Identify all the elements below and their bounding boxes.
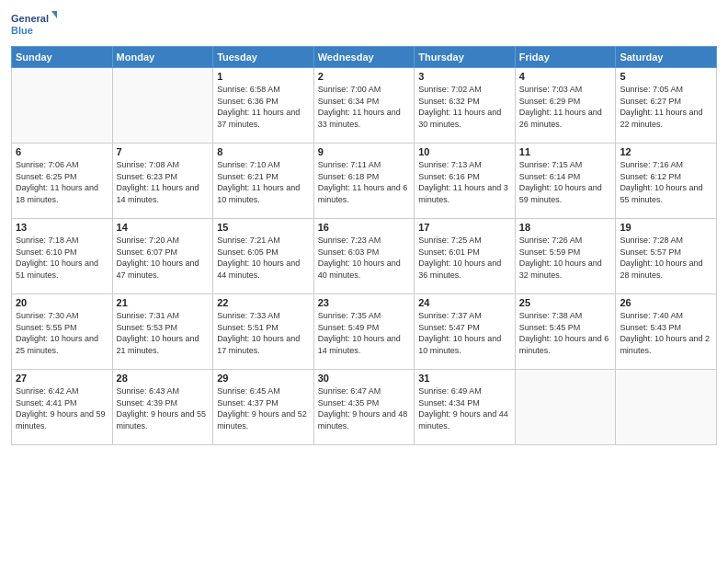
svg-marker-2 — [51, 11, 57, 18]
day-number: 9 — [318, 146, 411, 157]
calendar-cell: 22Sunrise: 7:33 AM Sunset: 5:51 PM Dayli… — [213, 294, 314, 370]
calendar-cell: 14Sunrise: 7:20 AM Sunset: 6:07 PM Dayli… — [112, 219, 213, 294]
day-number: 19 — [620, 222, 712, 233]
logo-svg: General Blue — [11, 9, 57, 42]
day-number: 27 — [16, 373, 108, 384]
day-info: Sunrise: 7:30 AM Sunset: 5:55 PM Dayligh… — [16, 310, 108, 356]
calendar-cell — [616, 370, 717, 445]
day-info: Sunrise: 6:49 AM Sunset: 4:34 PM Dayligh… — [418, 385, 511, 431]
day-number: 11 — [519, 146, 612, 157]
calendar-cell: 7Sunrise: 7:08 AM Sunset: 6:23 PM Daylig… — [112, 144, 213, 219]
weekday-header: Wednesday — [313, 47, 415, 68]
day-info: Sunrise: 7:10 AM Sunset: 6:21 PM Dayligh… — [217, 159, 310, 205]
calendar-cell: 18Sunrise: 7:26 AM Sunset: 5:59 PM Dayli… — [515, 219, 616, 294]
day-number: 21 — [117, 297, 210, 308]
day-number: 7 — [117, 146, 210, 157]
day-number: 30 — [318, 373, 411, 384]
calendar-cell: 28Sunrise: 6:43 AM Sunset: 4:39 PM Dayli… — [112, 370, 213, 445]
calendar-cell: 3Sunrise: 7:02 AM Sunset: 6:32 PM Daylig… — [415, 68, 516, 144]
day-info: Sunrise: 6:45 AM Sunset: 4:37 PM Dayligh… — [217, 385, 310, 431]
calendar-cell: 21Sunrise: 7:31 AM Sunset: 5:53 PM Dayli… — [112, 294, 213, 370]
day-number: 16 — [318, 222, 411, 233]
day-info: Sunrise: 7:05 AM Sunset: 6:27 PM Dayligh… — [620, 84, 712, 130]
calendar-week-row: 13Sunrise: 7:18 AM Sunset: 6:10 PM Dayli… — [12, 219, 717, 294]
day-info: Sunrise: 7:08 AM Sunset: 6:23 PM Dayligh… — [117, 159, 210, 205]
day-number: 25 — [519, 297, 612, 308]
day-number: 10 — [418, 146, 511, 157]
calendar-cell: 9Sunrise: 7:11 AM Sunset: 6:18 PM Daylig… — [313, 144, 415, 219]
calendar-cell: 31Sunrise: 6:49 AM Sunset: 4:34 PM Dayli… — [415, 370, 516, 445]
calendar-cell — [515, 370, 616, 445]
day-info: Sunrise: 7:37 AM Sunset: 5:47 PM Dayligh… — [418, 310, 511, 356]
calendar-cell: 17Sunrise: 7:25 AM Sunset: 6:01 PM Dayli… — [415, 219, 516, 294]
weekday-header: Sunday — [12, 47, 113, 68]
weekday-header: Tuesday — [213, 47, 314, 68]
calendar-table: SundayMondayTuesdayWednesdayThursdayFrid… — [11, 46, 717, 445]
day-info: Sunrise: 7:11 AM Sunset: 6:18 PM Dayligh… — [318, 159, 411, 205]
day-number: 3 — [418, 71, 511, 82]
day-info: Sunrise: 6:58 AM Sunset: 6:36 PM Dayligh… — [217, 84, 310, 130]
weekday-header: Friday — [515, 47, 616, 68]
calendar-cell: 27Sunrise: 6:42 AM Sunset: 4:41 PM Dayli… — [12, 370, 113, 445]
day-number: 29 — [217, 373, 310, 384]
day-info: Sunrise: 7:18 AM Sunset: 6:10 PM Dayligh… — [16, 235, 108, 281]
calendar-cell: 12Sunrise: 7:16 AM Sunset: 6:12 PM Dayli… — [616, 144, 717, 219]
day-number: 26 — [620, 297, 712, 308]
day-number: 18 — [519, 222, 612, 233]
day-info: Sunrise: 7:33 AM Sunset: 5:51 PM Dayligh… — [217, 310, 310, 356]
calendar-week-row: 27Sunrise: 6:42 AM Sunset: 4:41 PM Dayli… — [12, 370, 717, 445]
calendar-cell — [12, 68, 113, 144]
day-info: Sunrise: 7:13 AM Sunset: 6:16 PM Dayligh… — [418, 159, 511, 205]
day-number: 15 — [217, 222, 310, 233]
day-info: Sunrise: 7:35 AM Sunset: 5:49 PM Dayligh… — [318, 310, 411, 356]
calendar-week-row: 1Sunrise: 6:58 AM Sunset: 6:36 PM Daylig… — [12, 68, 717, 144]
day-number: 5 — [620, 71, 712, 82]
calendar-cell: 23Sunrise: 7:35 AM Sunset: 5:49 PM Dayli… — [313, 294, 415, 370]
calendar-cell: 15Sunrise: 7:21 AM Sunset: 6:05 PM Dayli… — [213, 219, 314, 294]
day-number: 17 — [418, 222, 511, 233]
day-info: Sunrise: 7:06 AM Sunset: 6:25 PM Dayligh… — [16, 159, 108, 205]
header: General Blue — [11, 9, 717, 42]
day-info: Sunrise: 7:25 AM Sunset: 6:01 PM Dayligh… — [418, 235, 511, 281]
calendar-cell — [112, 68, 213, 144]
day-info: Sunrise: 7:38 AM Sunset: 5:45 PM Dayligh… — [519, 310, 612, 356]
calendar-cell: 1Sunrise: 6:58 AM Sunset: 6:36 PM Daylig… — [213, 68, 314, 144]
calendar-cell: 2Sunrise: 7:00 AM Sunset: 6:34 PM Daylig… — [313, 68, 415, 144]
day-number: 31 — [418, 373, 511, 384]
calendar-week-row: 6Sunrise: 7:06 AM Sunset: 6:25 PM Daylig… — [12, 144, 717, 219]
day-info: Sunrise: 7:21 AM Sunset: 6:05 PM Dayligh… — [217, 235, 310, 281]
day-info: Sunrise: 6:47 AM Sunset: 4:35 PM Dayligh… — [318, 385, 411, 431]
calendar-cell: 16Sunrise: 7:23 AM Sunset: 6:03 PM Dayli… — [313, 219, 415, 294]
day-info: Sunrise: 7:16 AM Sunset: 6:12 PM Dayligh… — [620, 159, 712, 205]
calendar-cell: 30Sunrise: 6:47 AM Sunset: 4:35 PM Dayli… — [313, 370, 415, 445]
main-container: General Blue SundayMondayTuesdayWednesda… — [0, 0, 728, 451]
day-info: Sunrise: 6:42 AM Sunset: 4:41 PM Dayligh… — [16, 385, 108, 431]
day-number: 14 — [117, 222, 210, 233]
day-number: 4 — [519, 71, 612, 82]
calendar-cell: 4Sunrise: 7:03 AM Sunset: 6:29 PM Daylig… — [515, 68, 616, 144]
day-info: Sunrise: 7:00 AM Sunset: 6:34 PM Dayligh… — [318, 84, 411, 130]
calendar-week-row: 20Sunrise: 7:30 AM Sunset: 5:55 PM Dayli… — [12, 294, 717, 370]
day-info: Sunrise: 7:03 AM Sunset: 6:29 PM Dayligh… — [519, 84, 612, 130]
day-info: Sunrise: 7:15 AM Sunset: 6:14 PM Dayligh… — [519, 159, 612, 205]
day-number: 12 — [620, 146, 712, 157]
calendar-cell: 11Sunrise: 7:15 AM Sunset: 6:14 PM Dayli… — [515, 144, 616, 219]
day-number: 6 — [16, 146, 108, 157]
day-info: Sunrise: 7:40 AM Sunset: 5:43 PM Dayligh… — [620, 310, 712, 356]
calendar-cell: 20Sunrise: 7:30 AM Sunset: 5:55 PM Dayli… — [12, 294, 113, 370]
day-number: 13 — [16, 222, 108, 233]
calendar-cell: 8Sunrise: 7:10 AM Sunset: 6:21 PM Daylig… — [213, 144, 314, 219]
day-number: 8 — [217, 146, 310, 157]
svg-text:Blue: Blue — [11, 25, 33, 36]
weekday-header-row: SundayMondayTuesdayWednesdayThursdayFrid… — [12, 47, 717, 68]
calendar-cell: 10Sunrise: 7:13 AM Sunset: 6:16 PM Dayli… — [415, 144, 516, 219]
calendar-cell: 25Sunrise: 7:38 AM Sunset: 5:45 PM Dayli… — [515, 294, 616, 370]
calendar-cell: 26Sunrise: 7:40 AM Sunset: 5:43 PM Dayli… — [616, 294, 717, 370]
day-info: Sunrise: 6:43 AM Sunset: 4:39 PM Dayligh… — [117, 385, 210, 431]
calendar-cell: 19Sunrise: 7:28 AM Sunset: 5:57 PM Dayli… — [616, 219, 717, 294]
weekday-header: Thursday — [415, 47, 516, 68]
day-info: Sunrise: 7:23 AM Sunset: 6:03 PM Dayligh… — [318, 235, 411, 281]
calendar-cell: 6Sunrise: 7:06 AM Sunset: 6:25 PM Daylig… — [12, 144, 113, 219]
day-info: Sunrise: 7:31 AM Sunset: 5:53 PM Dayligh… — [117, 310, 210, 356]
day-number: 1 — [217, 71, 310, 82]
